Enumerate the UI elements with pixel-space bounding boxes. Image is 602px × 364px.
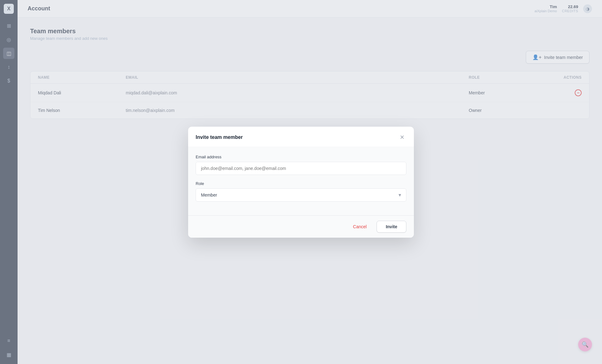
- role-form-group: Role Member Admin Owner ▼: [196, 181, 406, 202]
- modal-close-button[interactable]: ✕: [398, 133, 406, 142]
- role-select-wrapper: Member Admin Owner ▼: [196, 188, 406, 202]
- email-form-group: Email address: [196, 155, 406, 175]
- modal-overlay[interactable]: Invite team member ✕ Email address Role …: [0, 0, 602, 364]
- invite-button[interactable]: Invite: [377, 221, 406, 233]
- invite-modal: Invite team member ✕ Email address Role …: [188, 127, 414, 238]
- close-icon: ✕: [400, 134, 404, 141]
- modal-header: Invite team member ✕: [188, 127, 414, 147]
- email-label: Email address: [196, 155, 406, 159]
- email-input[interactable]: [196, 162, 406, 175]
- modal-title: Invite team member: [196, 135, 243, 140]
- modal-body: Email address Role Member Admin Owner ▼: [188, 147, 414, 215]
- role-select[interactable]: Member Admin Owner: [196, 188, 406, 202]
- role-label: Role: [196, 181, 406, 186]
- cancel-button[interactable]: Cancel: [348, 222, 372, 232]
- modal-footer: Cancel Invite: [188, 215, 414, 238]
